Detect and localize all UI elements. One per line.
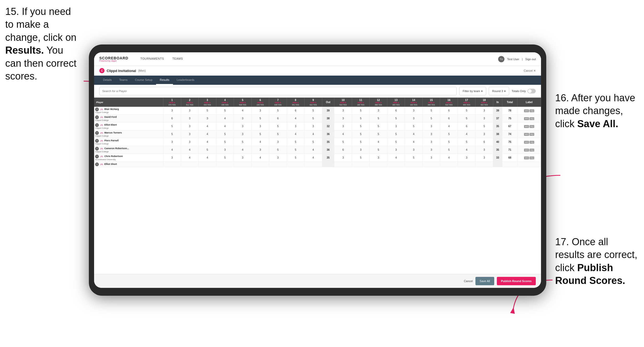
score-hole-3[interactable]: 5 — [199, 146, 216, 154]
score-hole-18[interactable]: 3 — [475, 107, 493, 115]
score-hole-12[interactable]: 5 — [370, 146, 387, 154]
nav-link-teams[interactable]: TEAMS — [168, 52, 187, 66]
score-hole-9[interactable]: 4 — [304, 146, 322, 154]
score-hole-18[interactable]: 5 — [475, 122, 493, 130]
score-hole-8[interactable]: 4 — [287, 115, 304, 122]
score-hole-9[interactable]: 4 — [304, 130, 322, 138]
score-hole-4[interactable]: 5 — [216, 138, 234, 146]
tab-results[interactable]: Results — [156, 76, 173, 85]
score-hole-15[interactable] — [422, 162, 440, 167]
score-hole-13[interactable]: 6 — [387, 107, 405, 115]
score-hole-8[interactable]: 5 — [287, 138, 304, 146]
score-hole-17[interactable]: 4 — [458, 130, 475, 138]
score-hole-1[interactable]: 3 — [163, 138, 181, 146]
score-hole-1[interactable]: 6 — [163, 115, 181, 122]
publish-round-scores-button[interactable]: Publish Round Scores — [497, 277, 536, 285]
score-hole-14[interactable]: 3 — [405, 107, 423, 115]
score-hole-12[interactable]: 5 — [370, 122, 387, 130]
score-hole-8[interactable]: 3 — [287, 122, 304, 130]
score-hole-3[interactable]: 4 — [199, 122, 216, 130]
save-all-button[interactable]: Save All — [475, 277, 494, 285]
score-hole-16[interactable]: 5 — [440, 138, 458, 146]
score-hole-7[interactable]: 5 — [269, 122, 287, 130]
score-hole-2[interactable]: 4 — [181, 154, 199, 162]
score-hole-7[interactable]: 3 — [269, 154, 287, 162]
score-hole-1[interactable] — [163, 162, 181, 167]
score-hole-13[interactable]: 5 — [387, 138, 405, 146]
score-hole-5[interactable]: 4 — [234, 146, 252, 154]
score-hole-8[interactable]: 5 — [287, 146, 304, 154]
score-hole-12[interactable] — [370, 162, 387, 167]
score-hole-13[interactable]: 4 — [387, 154, 405, 162]
score-hole-4[interactable] — [216, 162, 234, 167]
sign-out-link[interactable]: Sign out — [525, 58, 536, 61]
score-hole-3[interactable] — [199, 162, 216, 167]
score-hole-14[interactable]: 3 — [405, 115, 423, 122]
score-hole-11[interactable]: 5 — [352, 138, 370, 146]
score-hole-15[interactable]: 3 — [422, 146, 440, 154]
score-hole-18[interactable]: 3 — [475, 115, 493, 122]
score-hole-11[interactable]: 5 — [352, 122, 370, 130]
score-hole-5[interactable]: 3 — [234, 154, 252, 162]
nav-link-tournaments[interactable]: TOURNAMENTS — [136, 52, 168, 66]
score-hole-3[interactable]: 3 — [199, 115, 216, 122]
score-hole-15[interactable]: 5 — [422, 107, 440, 115]
score-hole-2[interactable]: 3 — [181, 138, 199, 146]
score-hole-11[interactable]: 5 — [352, 130, 370, 138]
score-hole-10[interactable]: 3 — [334, 107, 352, 115]
score-hole-10[interactable]: 6 — [334, 146, 352, 154]
score-hole-7[interactable]: 3 — [269, 138, 287, 146]
score-hole-18[interactable] — [475, 162, 493, 167]
tab-leaderboards[interactable]: Leaderboards — [173, 76, 198, 85]
score-hole-10[interactable] — [334, 162, 352, 167]
score-hole-13[interactable]: 5 — [387, 130, 405, 138]
score-hole-6[interactable]: 3 — [251, 107, 269, 115]
score-hole-7[interactable]: 5 — [269, 146, 287, 154]
score-hole-3[interactable]: 4 — [199, 154, 216, 162]
score-hole-14[interactable]: 4 — [405, 130, 423, 138]
score-hole-13[interactable]: 5 — [387, 115, 405, 122]
score-hole-3[interactable]: 4 — [199, 138, 216, 146]
score-hole-13[interactable] — [387, 162, 405, 167]
score-hole-17[interactable]: 5 — [458, 115, 475, 122]
tab-course-setup[interactable]: Course Setup — [131, 76, 156, 85]
tab-details[interactable]: Details — [99, 76, 116, 85]
score-hole-3[interactable]: 5 — [199, 107, 216, 115]
score-hole-8[interactable] — [287, 162, 304, 167]
score-hole-6[interactable]: 3 — [251, 146, 269, 154]
score-hole-10[interactable]: 3 — [334, 154, 352, 162]
score-hole-9[interactable]: 4 — [304, 154, 322, 162]
score-hole-8[interactable]: 5 — [287, 154, 304, 162]
score-hole-12[interactable]: 5 — [370, 115, 387, 122]
score-hole-2[interactable]: 3 — [181, 130, 199, 138]
score-hole-3[interactable]: 4 — [199, 130, 216, 138]
score-hole-17[interactable]: 3 — [458, 154, 475, 162]
score-hole-5[interactable]: 3 — [234, 130, 252, 138]
score-hole-1[interactable]: 5 — [163, 130, 181, 138]
score-hole-9[interactable]: 5 — [304, 107, 322, 115]
score-hole-17[interactable]: 5 — [458, 107, 475, 115]
tab-teams[interactable]: Teams — [116, 76, 131, 85]
score-hole-7[interactable] — [269, 162, 287, 167]
score-hole-14[interactable] — [405, 162, 423, 167]
score-hole-1[interactable]: 3 — [163, 154, 181, 162]
score-hole-15[interactable]: 3 — [422, 138, 440, 146]
score-hole-8[interactable]: 4 — [287, 130, 304, 138]
score-hole-14[interactable]: 5 — [405, 154, 423, 162]
score-hole-12[interactable]: 5 — [370, 130, 387, 138]
score-hole-11[interactable] — [352, 162, 370, 167]
score-hole-8[interactable]: 6 — [287, 107, 304, 115]
score-hole-16[interactable]: 4 — [440, 122, 458, 130]
score-hole-17[interactable]: 4 — [458, 146, 475, 154]
score-hole-16[interactable]: 6 — [440, 115, 458, 122]
score-hole-6[interactable]: 5 — [251, 115, 269, 122]
score-hole-5[interactable] — [234, 162, 252, 167]
score-hole-18[interactable]: 3 — [475, 154, 493, 162]
score-hole-14[interactable]: 3 — [405, 146, 423, 154]
cancel-top-button[interactable]: Cancel ✕ — [524, 69, 536, 72]
score-hole-10[interactable]: 3 — [334, 122, 352, 130]
score-hole-16[interactable]: 4 — [440, 154, 458, 162]
score-hole-13[interactable]: 3 — [387, 146, 405, 154]
score-hole-7[interactable]: 6 — [269, 115, 287, 122]
score-hole-14[interactable]: 5 — [405, 122, 423, 130]
